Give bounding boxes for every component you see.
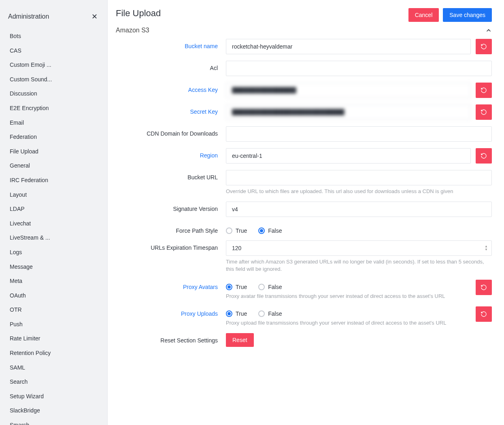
input-access-key[interactable] bbox=[226, 83, 471, 98]
sidebar-item-email[interactable]: Email bbox=[0, 116, 107, 130]
sidebar-item-slackbridge[interactable]: SlackBridge bbox=[0, 404, 107, 418]
sidebar-item-saml[interactable]: SAML bbox=[0, 361, 107, 375]
label-reset-section: Reset Section Settings bbox=[116, 333, 218, 344]
row-secret-key: Secret Key bbox=[116, 104, 492, 120]
row-signature-version: Signature Version bbox=[116, 202, 492, 217]
sidebar-item-e2e-encryption[interactable]: E2E Encryption bbox=[0, 101, 107, 116]
page-title: File Upload bbox=[116, 8, 161, 19]
sidebar-list: BotsCASCustom Emoji ...Custom Sound...Di… bbox=[0, 29, 107, 425]
label-bucket-name: Bucket name bbox=[116, 39, 218, 49]
header-actions: Cancel Save changes bbox=[408, 8, 492, 22]
label-signature-version: Signature Version bbox=[116, 202, 218, 212]
main-content: File Upload Cancel Save changes Amazon S… bbox=[108, 0, 504, 425]
sidebar-item-bots[interactable]: Bots bbox=[0, 29, 107, 44]
reset-proxy-uploads-button[interactable] bbox=[476, 306, 492, 322]
chevron-up-icon[interactable] bbox=[485, 27, 492, 34]
label-proxy-avatars: Proxy Avatars bbox=[116, 280, 218, 290]
row-access-key: Access Key bbox=[116, 83, 492, 98]
row-cdn-domain: CDN Domain for Downloads bbox=[116, 126, 492, 142]
radio-force-path-true[interactable]: True bbox=[226, 227, 247, 234]
radio-proxy-avatars: True False bbox=[226, 280, 471, 290]
sidebar-item-logs[interactable]: Logs bbox=[0, 245, 107, 260]
sidebar-item-federation[interactable]: Federation bbox=[0, 130, 107, 144]
sidebar-item-search[interactable]: Search bbox=[0, 375, 107, 389]
radio-force-path-style: True False bbox=[226, 223, 492, 234]
sidebar-item-irc-federation[interactable]: IRC Federation bbox=[0, 173, 107, 188]
sidebar-item-rate-limiter[interactable]: Rate Limiter bbox=[0, 332, 107, 346]
sidebar: Administration ✕ BotsCASCustom Emoji ...… bbox=[0, 0, 108, 425]
sidebar-item-custom-sound[interactable]: Custom Sound... bbox=[0, 72, 107, 87]
label-access-key: Access Key bbox=[116, 83, 218, 93]
radio-proxy-avatars-true[interactable]: True bbox=[226, 284, 247, 290]
row-reset-section: Reset Section Settings Reset bbox=[116, 333, 492, 347]
sidebar-item-smarsh[interactable]: Smarsh bbox=[0, 418, 107, 425]
sidebar-item-retention-policy[interactable]: Retention Policy bbox=[0, 346, 107, 361]
input-acl[interactable] bbox=[226, 61, 492, 76]
sidebar-item-file-upload[interactable]: File Upload bbox=[0, 144, 107, 159]
sidebar-item-otr[interactable]: OTR bbox=[0, 303, 107, 317]
radio-force-path-false[interactable]: False bbox=[258, 227, 282, 234]
input-secret-key[interactable] bbox=[226, 104, 471, 120]
row-force-path-style: Force Path Style True False bbox=[116, 223, 492, 234]
save-changes-button[interactable]: Save changes bbox=[443, 8, 492, 22]
sidebar-item-discussion[interactable]: Discussion bbox=[0, 87, 107, 101]
label-secret-key: Secret Key bbox=[116, 104, 218, 115]
row-proxy-avatars: Proxy Avatars True False Proxy avatar fi… bbox=[116, 280, 492, 300]
sidebar-header: Administration ✕ bbox=[0, 7, 107, 29]
close-icon[interactable]: ✕ bbox=[90, 11, 99, 22]
sidebar-item-livechat[interactable]: Livechat bbox=[0, 217, 107, 231]
sidebar-item-cas[interactable]: CAS bbox=[0, 44, 107, 58]
help-proxy-avatars: Proxy avatar file transmissions through … bbox=[226, 293, 471, 300]
sidebar-item-layout[interactable]: Layout bbox=[0, 188, 107, 202]
cancel-button[interactable]: Cancel bbox=[408, 8, 439, 22]
radio-proxy-avatars-false[interactable]: False bbox=[258, 284, 282, 290]
label-region: Region bbox=[116, 148, 218, 159]
help-bucket-url: Override URL to which files are uploaded… bbox=[226, 188, 492, 195]
reset-access-key-button[interactable] bbox=[476, 83, 492, 98]
sidebar-item-livestream[interactable]: LiveStream & ... bbox=[0, 231, 107, 245]
label-urls-expiration: URLs Expiration Timespan bbox=[116, 240, 218, 251]
reset-bucket-name-button[interactable] bbox=[476, 39, 492, 54]
sidebar-item-message[interactable]: Message bbox=[0, 260, 107, 274]
radio-proxy-uploads-false[interactable]: False bbox=[258, 310, 282, 317]
help-proxy-uploads: Proxy upload file transmissions through … bbox=[226, 319, 471, 327]
input-region[interactable] bbox=[226, 148, 471, 164]
reset-secret-key-button[interactable] bbox=[476, 104, 492, 120]
page-header: File Upload Cancel Save changes bbox=[116, 8, 492, 22]
sidebar-item-oauth[interactable]: OAuth bbox=[0, 289, 107, 303]
reset-region-button[interactable] bbox=[476, 148, 492, 164]
input-bucket-name[interactable] bbox=[226, 39, 471, 54]
row-bucket-name: Bucket name bbox=[116, 39, 492, 54]
help-urls-expiration: Time after which Amazon S3 generated URL… bbox=[226, 258, 492, 273]
sidebar-item-setup-wizard[interactable]: Setup Wizard bbox=[0, 389, 107, 404]
section-header[interactable]: Amazon S3 bbox=[116, 25, 492, 39]
input-bucket-url[interactable] bbox=[226, 170, 492, 185]
label-acl: Acl bbox=[116, 61, 218, 71]
input-urls-expiration[interactable] bbox=[226, 240, 492, 256]
label-bucket-url: Bucket URL bbox=[116, 170, 218, 181]
reset-proxy-avatars-button[interactable] bbox=[476, 280, 492, 295]
input-cdn-domain[interactable] bbox=[226, 126, 492, 142]
sidebar-title: Administration bbox=[8, 13, 49, 20]
label-proxy-uploads: Proxy Uploads bbox=[116, 306, 218, 317]
radio-proxy-uploads-true[interactable]: True bbox=[226, 310, 247, 317]
row-urls-expiration: URLs Expiration Timespan ▲▼ Time after w… bbox=[116, 240, 492, 273]
row-proxy-uploads: Proxy Uploads True False Proxy upload fi… bbox=[116, 306, 492, 327]
label-cdn-domain: CDN Domain for Downloads bbox=[116, 126, 218, 137]
sidebar-item-custom-emoji[interactable]: Custom Emoji ... bbox=[0, 58, 107, 72]
row-acl: Acl bbox=[116, 61, 492, 76]
reset-section-button[interactable]: Reset bbox=[226, 333, 254, 347]
sidebar-item-ldap[interactable]: LDAP bbox=[0, 202, 107, 217]
row-region: Region bbox=[116, 148, 492, 164]
section-title: Amazon S3 bbox=[116, 27, 149, 34]
sidebar-item-meta[interactable]: Meta bbox=[0, 274, 107, 289]
input-signature-version[interactable] bbox=[226, 202, 492, 217]
row-bucket-url: Bucket URL Override URL to which files a… bbox=[116, 170, 492, 195]
sidebar-item-general[interactable]: General bbox=[0, 159, 107, 173]
sidebar-item-push[interactable]: Push bbox=[0, 317, 107, 332]
radio-proxy-uploads: True False bbox=[226, 306, 471, 317]
label-force-path-style: Force Path Style bbox=[116, 223, 218, 234]
